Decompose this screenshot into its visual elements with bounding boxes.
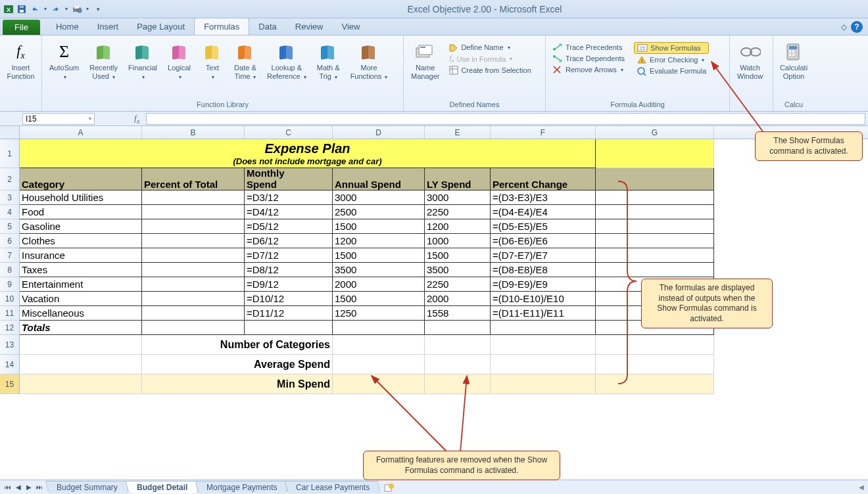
data-cell[interactable]: Clothes [20, 234, 142, 248]
more-functions-button[interactable]: More Functions ▾ [347, 39, 391, 83]
column-header[interactable]: A [20, 126, 142, 139]
column-header[interactable]: D [333, 126, 425, 139]
data-cell[interactable] [142, 306, 245, 321]
data-cell[interactable]: 2500 [333, 205, 425, 219]
cell[interactable] [425, 355, 491, 374]
data-cell[interactable]: 3000 [333, 191, 425, 205]
data-cell[interactable]: Taxes [20, 263, 142, 277]
data-cell[interactable] [491, 321, 596, 335]
data-cell[interactable]: 3000 [425, 191, 491, 205]
recently-used-button[interactable]: Recently Used ▾ [86, 39, 121, 83]
row-header[interactable]: 1 [0, 139, 20, 168]
data-cell[interactable] [425, 321, 491, 335]
excel-app-icon[interactable]: X [3, 3, 14, 15]
stat-label[interactable]: Min Spend [142, 374, 333, 394]
data-cell[interactable]: Household Utilities [20, 191, 142, 205]
first-sheet-icon[interactable]: ⏮ [3, 482, 13, 493]
stat-label[interactable]: Number of Categories [142, 335, 333, 355]
data-cell[interactable]: =(D7-E7)/E7 [491, 248, 596, 263]
data-cell[interactable] [142, 205, 245, 219]
use-in-formula-button[interactable]: fxUse in Formula ▾ [446, 53, 533, 64]
cell[interactable] [596, 335, 714, 355]
data-cell[interactable]: =(D9-E9)/E9 [491, 277, 596, 292]
print-preview-icon[interactable] [71, 3, 83, 15]
cell[interactable] [491, 335, 596, 355]
cell[interactable] [333, 335, 425, 355]
column-header-cell[interactable]: MonthlySpend [245, 168, 333, 191]
tab-insert[interactable]: Insert [88, 18, 128, 35]
create-from-selection-button[interactable]: Create from Selection [446, 65, 533, 76]
data-cell[interactable]: 1000 [425, 234, 491, 248]
column-header[interactable]: E [425, 126, 491, 139]
data-cell[interactable]: 1500 [425, 248, 491, 263]
data-cell[interactable]: =D3/12 [245, 191, 333, 205]
cell[interactable] [596, 263, 714, 277]
data-cell[interactable] [142, 248, 245, 263]
column-header-cell[interactable]: Category [20, 168, 142, 191]
row-header[interactable]: 2 [0, 168, 20, 191]
data-cell[interactable]: =D4/12 [245, 205, 333, 219]
text-button[interactable]: Text▾ [198, 39, 227, 83]
data-cell[interactable] [142, 292, 245, 306]
tab-home[interactable]: Home [47, 18, 88, 35]
data-cell[interactable]: =D7/12 [245, 248, 333, 263]
totals-label[interactable]: Totals [20, 321, 142, 335]
file-tab[interactable]: File [3, 20, 40, 35]
data-cell[interactable]: =(D11-E11)/E11 [491, 306, 596, 321]
math-trig-button[interactable]: Math & Trig ▾ [314, 39, 343, 83]
tab-formulas[interactable]: Formulas [194, 18, 249, 35]
error-checking-button[interactable]: !Error Checking ▾ [634, 55, 709, 65]
data-cell[interactable] [245, 321, 333, 335]
cell[interactable] [596, 234, 714, 248]
data-cell[interactable]: =(D4-E4)/E4 [491, 205, 596, 219]
autosum-button[interactable]: ΣAutoSum▾ [46, 39, 82, 83]
data-cell[interactable] [333, 321, 425, 335]
calculation-options-button[interactable]: Calculati Option [777, 39, 810, 83]
cell[interactable] [596, 219, 714, 234]
dropdown-icon[interactable]: ▾ [42, 3, 49, 15]
cell[interactable] [425, 374, 491, 394]
date-time-button[interactable]: Date & Time ▾ [231, 39, 260, 83]
column-header[interactable]: G [596, 126, 714, 139]
data-cell[interactable]: 1500 [333, 219, 425, 234]
data-cell[interactable]: Insurance [20, 248, 142, 263]
data-cell[interactable]: =D10/12 [245, 292, 333, 306]
column-header-cell[interactable]: LY Spend [425, 168, 491, 191]
data-cell[interactable]: Entertainment [20, 277, 142, 292]
data-cell[interactable] [142, 191, 245, 205]
qat-customize-icon[interactable]: ▾ [92, 3, 104, 15]
name-box[interactable]: I15▾ [22, 113, 95, 125]
data-cell[interactable]: 2250 [425, 277, 491, 292]
define-name-button[interactable]: Define Name ▾ [446, 42, 533, 53]
minimize-ribbon-icon[interactable]: ◇ [841, 22, 847, 32]
data-cell[interactable]: Food [20, 205, 142, 219]
row-header[interactable]: 9 [0, 277, 20, 292]
formula-input[interactable] [146, 113, 865, 125]
data-cell[interactable]: =(D5-E5)/E5 [491, 219, 596, 234]
data-cell[interactable] [142, 277, 245, 292]
data-cell[interactable]: Gasoline [20, 219, 142, 234]
data-cell[interactable]: =D5/12 [245, 219, 333, 234]
row-header[interactable]: 7 [0, 248, 20, 263]
cell[interactable] [425, 335, 491, 355]
cell[interactable] [20, 335, 142, 355]
sheet-tab-budget-summary[interactable]: Budget Summary [45, 481, 129, 493]
data-cell[interactable]: 1200 [425, 219, 491, 234]
title-cell[interactable]: Expense Plan(Does not include mortgage a… [20, 139, 596, 168]
tab-data[interactable]: Data [249, 18, 285, 35]
data-cell[interactable]: 1250 [333, 306, 425, 321]
data-cell[interactable]: =(D3-E3)/E3 [491, 191, 596, 205]
row-header[interactable]: 10 [0, 292, 20, 306]
row-header[interactable]: 13 [0, 335, 20, 355]
data-cell[interactable]: =(D6-E6)/E6 [491, 234, 596, 248]
row-header[interactable]: 14 [0, 355, 20, 374]
tab-page-layout[interactable]: Page Layout [128, 18, 194, 35]
data-cell[interactable]: Miscellaneous [20, 306, 142, 321]
column-header-cell[interactable]: Percent of Total [142, 168, 245, 191]
cell[interactable] [596, 374, 714, 394]
data-cell[interactable]: =D11/12 [245, 306, 333, 321]
trace-precedents-button[interactable]: Trace Precedents [550, 42, 627, 53]
fx-icon[interactable]: fx [134, 113, 139, 125]
column-header-cell[interactable]: Percent Change [491, 168, 596, 191]
row-header[interactable]: 6 [0, 234, 20, 248]
